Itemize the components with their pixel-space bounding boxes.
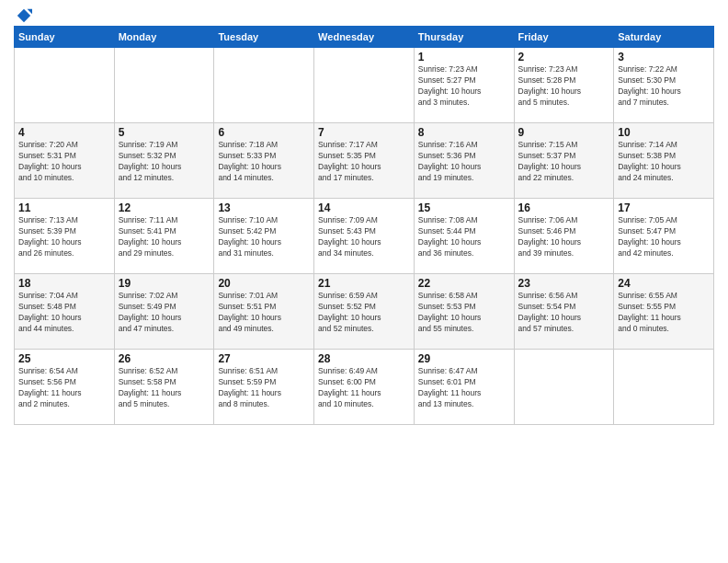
calendar-cell: [614, 350, 714, 425]
calendar-cell: [15, 48, 115, 123]
calendar-cell: 13Sunrise: 7:10 AM Sunset: 5:42 PM Dayli…: [214, 199, 314, 274]
day-number: 8: [418, 126, 510, 139]
calendar-cell: 18Sunrise: 7:04 AM Sunset: 5:48 PM Dayli…: [15, 274, 115, 350]
calendar-cell: 6Sunrise: 7:18 AM Sunset: 5:33 PM Daylig…: [214, 123, 314, 199]
day-number: 21: [318, 277, 410, 290]
day-info: Sunrise: 6:52 AM Sunset: 5:58 PM Dayligh…: [119, 366, 210, 410]
day-info: Sunrise: 7:10 AM Sunset: 5:42 PM Dayligh…: [218, 215, 310, 259]
day-info: Sunrise: 7:02 AM Sunset: 5:49 PM Dayligh…: [119, 291, 210, 335]
col-header-sunday: Sunday: [15, 27, 115, 48]
day-number: 4: [18, 126, 110, 139]
day-info: Sunrise: 7:05 AM Sunset: 5:47 PM Dayligh…: [618, 215, 710, 259]
day-info: Sunrise: 7:13 AM Sunset: 5:39 PM Dayligh…: [18, 215, 110, 259]
col-header-friday: Friday: [514, 27, 614, 48]
day-number: 18: [18, 277, 110, 290]
calendar-cell: 19Sunrise: 7:02 AM Sunset: 5:49 PM Dayli…: [114, 274, 214, 350]
calendar-cell: 9Sunrise: 7:15 AM Sunset: 5:37 PM Daylig…: [514, 123, 614, 199]
day-number: 12: [119, 201, 210, 214]
day-number: 7: [318, 126, 410, 139]
calendar-cell: 5Sunrise: 7:19 AM Sunset: 5:32 PM Daylig…: [114, 123, 214, 199]
day-number: 29: [418, 352, 510, 365]
day-number: 17: [618, 201, 710, 214]
col-header-thursday: Thursday: [414, 27, 514, 48]
calendar-cell: [214, 48, 314, 123]
day-info: Sunrise: 6:59 AM Sunset: 5:52 PM Dayligh…: [318, 291, 410, 335]
page-header: [14, 9, 714, 18]
calendar-cell: 11Sunrise: 7:13 AM Sunset: 5:39 PM Dayli…: [15, 199, 115, 274]
day-number: 19: [119, 277, 210, 290]
calendar-cell: 12Sunrise: 7:11 AM Sunset: 5:41 PM Dayli…: [114, 199, 214, 274]
day-info: Sunrise: 6:56 AM Sunset: 5:54 PM Dayligh…: [518, 291, 610, 335]
day-info: Sunrise: 6:58 AM Sunset: 5:53 PM Dayligh…: [418, 291, 510, 335]
calendar-cell: [114, 48, 214, 123]
day-info: Sunrise: 6:49 AM Sunset: 6:00 PM Dayligh…: [318, 366, 410, 410]
calendar-cell: 22Sunrise: 6:58 AM Sunset: 5:53 PM Dayli…: [414, 274, 514, 350]
day-number: 10: [618, 126, 710, 139]
day-number: 5: [119, 126, 210, 139]
day-number: 16: [518, 201, 610, 214]
calendar-cell: 23Sunrise: 6:56 AM Sunset: 5:54 PM Dayli…: [514, 274, 614, 350]
day-info: Sunrise: 7:15 AM Sunset: 5:37 PM Dayligh…: [518, 140, 610, 184]
day-info: Sunrise: 7:04 AM Sunset: 5:48 PM Dayligh…: [18, 291, 110, 335]
day-info: Sunrise: 7:17 AM Sunset: 5:35 PM Dayligh…: [318, 140, 410, 184]
col-header-monday: Monday: [114, 27, 214, 48]
day-number: 15: [418, 201, 510, 214]
calendar-cell: [314, 48, 415, 123]
calendar-cell: 28Sunrise: 6:49 AM Sunset: 6:00 PM Dayli…: [314, 350, 415, 425]
calendar-cell: 20Sunrise: 7:01 AM Sunset: 5:51 PM Dayli…: [214, 274, 314, 350]
day-info: Sunrise: 7:06 AM Sunset: 5:46 PM Dayligh…: [518, 215, 610, 259]
calendar-cell: [514, 350, 614, 425]
day-info: Sunrise: 7:09 AM Sunset: 5:43 PM Dayligh…: [318, 215, 410, 259]
calendar-cell: 26Sunrise: 6:52 AM Sunset: 5:58 PM Dayli…: [114, 350, 214, 425]
calendar-cell: 15Sunrise: 7:08 AM Sunset: 5:44 PM Dayli…: [414, 199, 514, 274]
day-info: Sunrise: 7:18 AM Sunset: 5:33 PM Dayligh…: [218, 140, 310, 184]
day-info: Sunrise: 6:54 AM Sunset: 5:56 PM Dayligh…: [18, 366, 110, 410]
day-number: 24: [618, 277, 710, 290]
day-number: 25: [18, 352, 110, 365]
calendar-cell: 4Sunrise: 7:20 AM Sunset: 5:31 PM Daylig…: [15, 123, 115, 199]
calendar-cell: 21Sunrise: 6:59 AM Sunset: 5:52 PM Dayli…: [314, 274, 415, 350]
day-number: 11: [18, 201, 110, 214]
col-header-tuesday: Tuesday: [214, 27, 314, 48]
day-number: 6: [218, 126, 310, 139]
day-number: 14: [318, 201, 410, 214]
col-header-wednesday: Wednesday: [314, 27, 415, 48]
day-number: 20: [218, 277, 310, 290]
day-info: Sunrise: 6:47 AM Sunset: 6:01 PM Dayligh…: [418, 366, 510, 410]
day-number: 28: [318, 352, 410, 365]
calendar-cell: 29Sunrise: 6:47 AM Sunset: 6:01 PM Dayli…: [414, 350, 514, 425]
day-info: Sunrise: 7:08 AM Sunset: 5:44 PM Dayligh…: [418, 215, 510, 259]
day-info: Sunrise: 7:11 AM Sunset: 5:41 PM Dayligh…: [119, 215, 210, 259]
day-info: Sunrise: 7:16 AM Sunset: 5:36 PM Dayligh…: [418, 140, 510, 184]
day-number: 26: [119, 352, 210, 365]
day-number: 3: [618, 51, 710, 63]
calendar-cell: 27Sunrise: 6:51 AM Sunset: 5:59 PM Dayli…: [214, 350, 314, 425]
calendar-cell: 7Sunrise: 7:17 AM Sunset: 5:35 PM Daylig…: [314, 123, 415, 199]
day-number: 9: [518, 126, 610, 139]
day-number: 2: [518, 51, 610, 63]
logo-icon: [16, 7, 32, 24]
day-number: 1: [418, 51, 510, 63]
day-info: Sunrise: 7:14 AM Sunset: 5:38 PM Dayligh…: [618, 140, 710, 184]
day-info: Sunrise: 7:23 AM Sunset: 5:28 PM Dayligh…: [518, 64, 610, 109]
day-number: 22: [418, 277, 510, 290]
day-number: 23: [518, 277, 610, 290]
day-info: Sunrise: 7:19 AM Sunset: 5:32 PM Dayligh…: [119, 140, 210, 184]
day-number: 27: [218, 352, 310, 365]
calendar-cell: 1Sunrise: 7:23 AM Sunset: 5:27 PM Daylig…: [414, 48, 514, 123]
calendar-cell: 10Sunrise: 7:14 AM Sunset: 5:38 PM Dayli…: [614, 123, 714, 199]
day-info: Sunrise: 7:23 AM Sunset: 5:27 PM Dayligh…: [418, 64, 510, 109]
calendar-cell: 24Sunrise: 6:55 AM Sunset: 5:55 PM Dayli…: [614, 274, 714, 350]
svg-marker-0: [17, 9, 30, 22]
day-info: Sunrise: 6:55 AM Sunset: 5:55 PM Dayligh…: [618, 291, 710, 335]
calendar-cell: 3Sunrise: 7:22 AM Sunset: 5:30 PM Daylig…: [614, 48, 714, 123]
logo: [14, 9, 32, 18]
day-info: Sunrise: 7:01 AM Sunset: 5:51 PM Dayligh…: [218, 291, 310, 335]
day-info: Sunrise: 6:51 AM Sunset: 5:59 PM Dayligh…: [218, 366, 310, 410]
calendar-cell: 2Sunrise: 7:23 AM Sunset: 5:28 PM Daylig…: [514, 48, 614, 123]
day-info: Sunrise: 7:20 AM Sunset: 5:31 PM Dayligh…: [18, 140, 110, 184]
day-number: 13: [218, 201, 310, 214]
day-info: Sunrise: 7:22 AM Sunset: 5:30 PM Dayligh…: [618, 64, 710, 109]
calendar-cell: 14Sunrise: 7:09 AM Sunset: 5:43 PM Dayli…: [314, 199, 415, 274]
calendar: SundayMondayTuesdayWednesdayThursdayFrid…: [14, 26, 714, 425]
